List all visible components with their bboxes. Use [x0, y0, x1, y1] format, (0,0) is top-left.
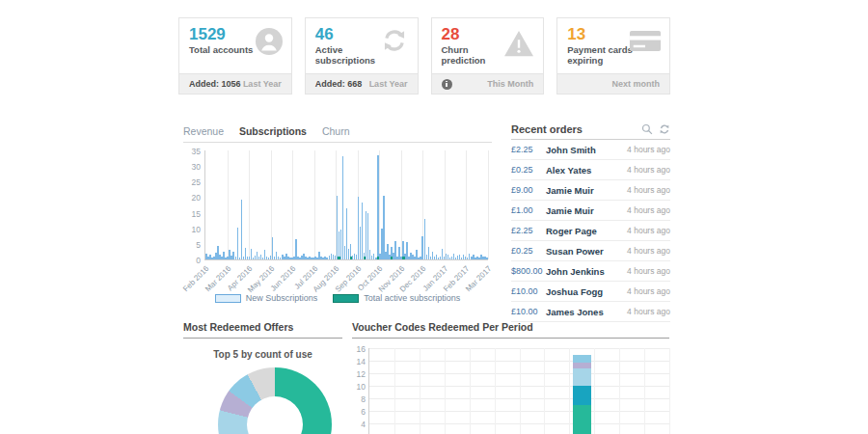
- gridline: [520, 348, 521, 434]
- gridline: [420, 348, 420, 434]
- order-row[interactable]: $800.00John Jenkins4 hours ago: [511, 261, 670, 282]
- total-accounts-label: Total accounts: [189, 44, 260, 55]
- order-price: £0.25: [511, 246, 546, 256]
- total-active-mark: [377, 257, 380, 259]
- gridline: [445, 150, 446, 259]
- y-axis-tick: 10: [183, 225, 201, 234]
- total-active-mark: [338, 257, 340, 259]
- order-time: 4 hours ago: [627, 185, 670, 195]
- card-total-accounts: 1529 Total accounts Added: 1056 Last Yea…: [178, 17, 292, 95]
- gridline: [249, 150, 250, 259]
- total-active-mark: [402, 257, 405, 259]
- order-row[interactable]: £9.00Jamie Muir4 hours ago: [511, 180, 670, 201]
- tab-subscriptions[interactable]: Subscriptions: [239, 125, 307, 137]
- gridline: [470, 348, 471, 434]
- stacked-bar-segment: [573, 405, 591, 434]
- order-row[interactable]: £10.00Joshua Fogg4 hours ago: [511, 282, 670, 302]
- bar: [383, 196, 385, 259]
- order-row[interactable]: £1.00Jamie Muir4 hours ago: [511, 201, 670, 221]
- y-axis-tick: 15: [183, 209, 201, 219]
- y-axis-tick: 16: [352, 344, 366, 354]
- gridline: [292, 150, 293, 259]
- order-row[interactable]: £0.25Susan Power4 hours ago: [511, 241, 670, 261]
- bar: [241, 200, 243, 259]
- warning-icon: [502, 29, 535, 55]
- search-icon[interactable]: [641, 123, 653, 135]
- stacked-bar-segment: [573, 386, 591, 405]
- order-customer-link[interactable]: Roger Page: [546, 226, 627, 236]
- gridline: [569, 348, 570, 434]
- order-customer-link[interactable]: James Jones: [546, 307, 627, 317]
- payment-cards-period: Next month: [612, 79, 661, 89]
- active-subscriptions-period: Last Year: [369, 79, 408, 89]
- bar: [377, 155, 379, 259]
- gridline: [644, 348, 645, 434]
- stacked-bar-segment: [573, 363, 591, 368]
- donut-chart-title: Top 5 by count of use: [183, 349, 342, 360]
- chart-plot-area: [368, 348, 669, 434]
- y-axis-tick: 10: [352, 382, 366, 392]
- gridline: [445, 348, 446, 434]
- order-time: 4 hours ago: [627, 307, 670, 316]
- legend-label-new: New Subscriptions: [246, 293, 318, 303]
- order-row[interactable]: £0.25Alex Yates4 hours ago: [511, 160, 670, 180]
- bar: [342, 156, 344, 259]
- card-active-subscriptions: 46 Active subscriptions Added: 668 Last …: [305, 17, 419, 95]
- user-icon: [255, 27, 284, 56]
- order-row[interactable]: £2.25Roger Page4 hours ago: [511, 221, 670, 241]
- donut-hole: [247, 396, 303, 434]
- order-price: £1.00: [511, 205, 546, 215]
- tab-churn[interactable]: Churn: [322, 125, 350, 137]
- y-axis-tick: 6: [352, 407, 366, 417]
- order-row[interactable]: £10.00James Jones4 hours ago: [511, 302, 670, 322]
- stat-cards-row: 1529 Total accounts Added: 1056 Last Yea…: [178, 17, 670, 95]
- recent-orders-panel: Recent orders £2.25John Smith4 hours ago…: [511, 123, 670, 322]
- gridline: [669, 348, 670, 434]
- stacked-bar-segment: [573, 368, 591, 386]
- total-accounts-period: Last Year: [243, 79, 282, 89]
- tab-revenue[interactable]: Revenue: [183, 125, 224, 137]
- order-customer-link[interactable]: Jamie Muir: [546, 205, 627, 216]
- order-price: £10.00: [511, 307, 546, 316]
- order-customer-link[interactable]: Jamie Muir: [546, 185, 627, 196]
- order-price: £2.25: [511, 226, 546, 235]
- bar: [486, 258, 488, 259]
- y-axis-tick: 5: [183, 240, 201, 250]
- recent-orders-list: £2.25John Smith4 hours ago£0.25Alex Yate…: [511, 140, 670, 322]
- bar: [424, 219, 426, 259]
- order-customer-link[interactable]: John Smith: [546, 145, 627, 155]
- order-time: 4 hours ago: [627, 205, 670, 215]
- order-row[interactable]: £2.25John Smith4 hours ago: [511, 140, 670, 160]
- offers-section-title: Most Redeemed Offers: [183, 321, 342, 339]
- legend-new-subscriptions[interactable]: New Subscriptions: [215, 293, 318, 303]
- order-time: 4 hours ago: [627, 226, 670, 235]
- y-axis-tick: 35: [183, 147, 201, 156]
- legend-swatch-new: [215, 294, 241, 303]
- gridline: [495, 348, 496, 434]
- order-customer-link[interactable]: John Jenkins: [546, 266, 627, 277]
- refresh-icon[interactable]: [659, 123, 670, 135]
- total-active-mark: [364, 257, 366, 259]
- order-price: £0.25: [511, 165, 546, 175]
- legend-total-active[interactable]: Total active subscriptions: [333, 293, 460, 303]
- gridline: [466, 150, 467, 259]
- stacked-bar-segment: [573, 355, 591, 363]
- y-axis-tick: 8: [352, 394, 366, 404]
- info-icon[interactable]: [442, 79, 452, 90]
- gridline: [228, 150, 229, 259]
- order-price: £9.00: [511, 185, 546, 195]
- order-customer-link[interactable]: Joshua Fogg: [546, 286, 627, 297]
- order-time: 4 hours ago: [627, 165, 670, 175]
- order-customer-link[interactable]: Alex Yates: [546, 165, 627, 176]
- order-price: $800.00: [511, 266, 546, 276]
- credit-card-icon: [629, 29, 662, 55]
- order-customer-link[interactable]: Susan Power: [546, 246, 627, 257]
- chart-tabs: Revenue Subscriptions Churn: [183, 125, 492, 143]
- active-subscriptions-added: Added: 668: [315, 79, 363, 89]
- order-time: 4 hours ago: [627, 286, 670, 296]
- offers-donut-chart: [218, 367, 332, 434]
- total-active-mark: [391, 257, 393, 259]
- y-axis-tick: 20: [183, 193, 201, 203]
- voucher-section-title: Voucher Codes Redeemed Per Period: [352, 321, 669, 339]
- chart-plot-area: [204, 150, 488, 260]
